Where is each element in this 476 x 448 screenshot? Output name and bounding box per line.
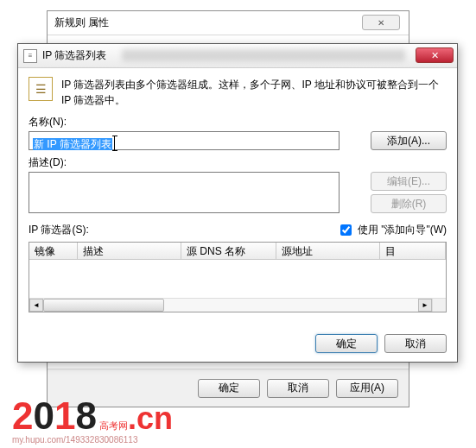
dialog-close-button[interactable]: ✕ [416,47,454,63]
scroll-right-arrow[interactable]: ► [418,299,432,312]
table-header: 镜像 描述 源 DNS 名称 源地址 目 [29,243,446,260]
logo-8: 8 [75,394,96,438]
col-mirror[interactable]: 镜像 [29,243,78,259]
logo-tag: 高考网 [99,421,128,431]
logo-2: 2 [12,394,33,438]
dialog-body: ☰ IP 筛选器列表由多个筛选器组成。这样，多个子网、IP 地址和协议可被整合到… [18,68,457,362]
dialog-icon: ≡ [23,49,37,63]
cancel-button[interactable]: 取消 [384,334,447,353]
col-desc[interactable]: 描述 [78,243,181,259]
filters-label: IP 筛选器(S): [29,223,89,237]
name-input-selection: 新 IP 筛选器列表 [33,138,112,150]
parent-cancel-button[interactable]: 取消 [267,379,329,398]
col-extra[interactable]: 目 [380,243,446,259]
text-cursor [114,136,115,150]
use-wizard-label: 使用 "添加向导"(W) [358,223,447,237]
scroll-left-arrow[interactable]: ◄ [29,299,43,312]
col-src-dns[interactable]: 源 DNS 名称 [181,243,276,259]
desc-label: 描述(D): [29,155,447,170]
logo-1: 1 [54,394,75,438]
description-input[interactable] [29,172,340,213]
ok-button[interactable]: 确定 [315,334,378,353]
name-input[interactable]: 新 IP 筛选器列表 [29,131,340,150]
info-row: ☰ IP 筛选器列表由多个筛选器组成。这样，多个子网、IP 地址和协议可被整合到… [29,77,447,108]
horizontal-scrollbar[interactable]: ◄ ► [29,298,432,312]
parent-titlebar: 新规则 属性 ✕ [48,11,409,35]
logo-0: 0 [33,394,54,438]
scroll-thumb[interactable] [43,299,164,312]
scroll-corner [432,298,446,312]
logo-suffix: .cn [128,401,173,437]
scroll-track[interactable] [43,299,418,312]
dialog-titlebar: ≡ IP 筛选器列表 ✕ [18,44,457,68]
ip-filter-list-dialog: ≡ IP 筛选器列表 ✕ ☰ IP 筛选器列表由多个筛选器组成。这样，多个子网、… [17,43,458,363]
parent-close-button[interactable]: ✕ [362,15,400,30]
col-src-addr[interactable]: 源地址 [276,243,380,259]
parent-title-text: 新规则 属性 [54,16,109,30]
dialog-title-text: IP 筛选器列表 [42,48,106,63]
info-text: IP 筛选器列表由多个筛选器组成。这样，多个子网、IP 地址和协议可被整合到一个… [61,77,447,108]
use-wizard-checkbox[interactable] [340,224,352,236]
parent-apply-button[interactable]: 应用(A) [336,379,398,398]
filters-label-row: IP 筛选器(S): 使用 "添加向导"(W) [29,222,447,238]
remove-button: 删除(R) [371,194,447,213]
parent-ok-button[interactable]: 确定 [198,379,260,398]
watermark-logo: 2 0 1 8 高考网 .cn [12,394,173,438]
dialog-button-row: 确定 取消 [315,334,447,353]
edit-button: 编辑(E)... [371,172,447,191]
list-icon: ☰ [29,77,53,101]
add-button[interactable]: 添加(A)... [371,131,447,150]
filters-table[interactable]: 镜像 描述 源 DNS 名称 源地址 目 ◄ ► [29,242,447,312]
watermark-subtext: my.hupu.com/149332830086113 [12,435,137,445]
title-blur-decoration [122,49,405,61]
name-label: 名称(N): [29,115,447,129]
use-wizard-checkbox-wrap[interactable]: 使用 "添加向导"(W) [337,222,447,238]
